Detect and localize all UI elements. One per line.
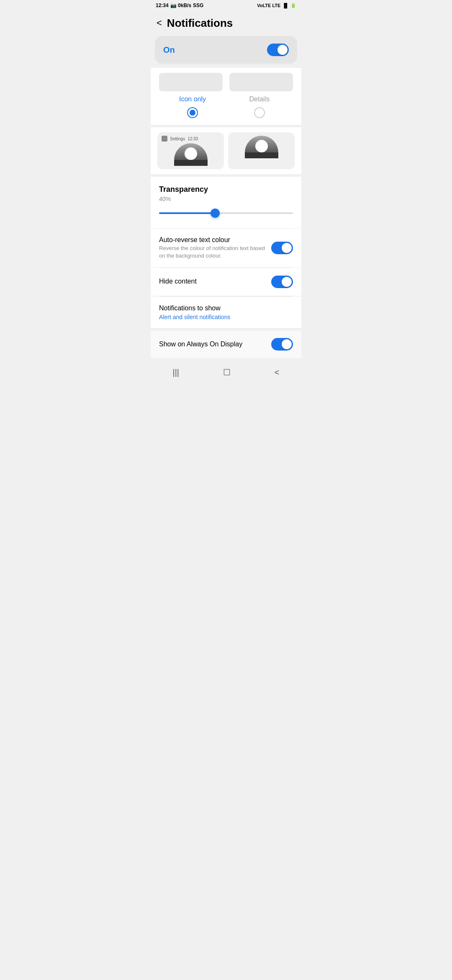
page-title: Notifications [167, 17, 233, 30]
battery-icon: 🔋 [290, 3, 296, 8]
main-toggle-switch[interactable] [267, 44, 289, 56]
icon-only-radio-item[interactable] [159, 107, 226, 118]
slider-track [159, 212, 293, 214]
notif-app-label: Settings [170, 137, 185, 141]
time-display: 12:34 [156, 3, 169, 8]
home-button[interactable]: ☐ [223, 367, 231, 377]
hide-content-item[interactable]: Hide content [151, 268, 301, 296]
hide-content-text: Hide content [159, 278, 271, 286]
show-on-aod-item[interactable]: Show on Always On Display [151, 330, 301, 358]
notifications-to-show-subtitle: Alert and silent notifications [159, 314, 293, 320]
status-icons: 📷 0kB/s [170, 3, 191, 8]
settings-section: Auto-reverse text colour Reverse the col… [151, 229, 301, 328]
icon-only-preview [159, 73, 223, 91]
display-mode-selector: Icon only Details [151, 68, 301, 125]
page-header: < Notifications [151, 10, 301, 36]
icon-only-radio[interactable] [187, 107, 198, 118]
carrier-label: SSG [193, 3, 203, 8]
auto-reverse-toggle[interactable] [271, 242, 293, 254]
notif-arc-inner-right [255, 140, 268, 152]
hide-content-toggle[interactable] [271, 276, 293, 288]
notifications-to-show-item[interactable]: Notifications to show Alert and silent n… [151, 297, 301, 328]
details-preview [229, 73, 293, 91]
auto-reverse-subtitle: Reverse the colour of notification text … [159, 245, 266, 260]
signal-label: VoLTE LTE [257, 3, 280, 8]
details-radio-item[interactable] [226, 107, 293, 118]
notif-previews-container: Settings 12:33 [157, 132, 295, 169]
show-on-aod-toggle[interactable] [271, 338, 293, 351]
transparency-section: Transparency 40% [151, 177, 301, 228]
icon-only-label[interactable]: Icon only [159, 95, 226, 103]
hide-content-title: Hide content [159, 278, 266, 285]
status-bar: 12:34 📷 0kB/s SSG VoLTE LTE ▐▌ 🔋 [151, 0, 301, 10]
toggle-on-label: On [163, 45, 175, 55]
notif-preview-section: Settings 12:33 [151, 127, 301, 174]
notif-arc-base-right [245, 152, 278, 158]
slider-fill [159, 212, 215, 214]
back-button[interactable]: < [155, 16, 164, 30]
show-on-aod-title: Show on Always On Display [159, 340, 242, 348]
auto-reverse-text: Auto-reverse text colour Reverse the col… [159, 236, 271, 260]
notif-time-label: 12:33 [187, 137, 198, 141]
transparency-slider[interactable] [159, 209, 293, 217]
display-mode-previews [151, 68, 301, 95]
auto-reverse-title: Auto-reverse text colour [159, 236, 266, 244]
slider-thumb[interactable] [211, 209, 220, 218]
notif-mini-icon [162, 136, 167, 142]
bottom-navigation: ||| ☐ < [151, 361, 301, 382]
recent-apps-button[interactable]: ||| [172, 368, 179, 377]
notif-preview-right [228, 132, 295, 169]
status-left: 12:34 📷 0kB/s SSG [156, 3, 203, 8]
transparency-percent: 40% [159, 196, 293, 202]
notif-arc-base-left [174, 160, 208, 166]
transparency-title: Transparency [159, 185, 293, 194]
notif-arc-inner-left [185, 147, 197, 160]
status-right: VoLTE LTE ▐▌ 🔋 [257, 3, 296, 8]
details-label[interactable]: Details [226, 95, 293, 103]
display-mode-radio-row [151, 107, 301, 118]
notif-mini-header: Settings 12:33 [162, 136, 220, 142]
display-mode-labels: Icon only Details [151, 95, 301, 103]
notifications-to-show-title: Notifications to show [159, 304, 293, 312]
signal-bars: ▐▌ [282, 3, 289, 8]
notif-arc-right [245, 136, 278, 152]
auto-reverse-item[interactable]: Auto-reverse text colour Reverse the col… [151, 229, 301, 268]
details-radio[interactable] [254, 107, 265, 118]
back-nav-button[interactable]: < [275, 368, 280, 377]
notif-preview-left: Settings 12:33 [157, 132, 224, 169]
main-toggle-row[interactable]: On [155, 36, 297, 64]
notif-arc-left [174, 143, 208, 160]
